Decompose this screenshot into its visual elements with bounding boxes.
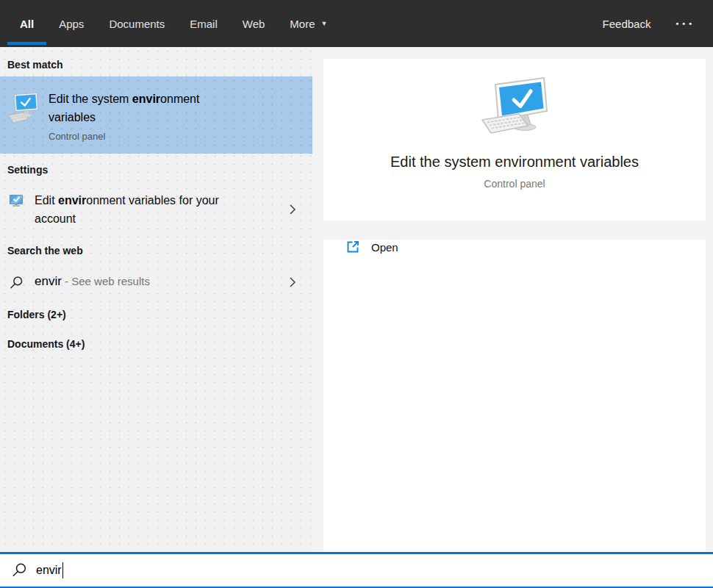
title-pre: Edit <box>35 194 58 207</box>
display-check-icon <box>9 193 24 208</box>
tab-documents[interactable]: Documents <box>96 0 177 47</box>
title-match: envir <box>58 194 86 207</box>
search-icon <box>9 276 24 290</box>
tab-more[interactable]: More ▼ <box>277 0 340 47</box>
settings-result-item[interactable]: Edit environment variables for your acco… <box>0 182 312 237</box>
search-flyout: All Apps Documents Email Web More ▼ Feed… <box>0 0 713 588</box>
chevron-right-icon[interactable] <box>289 204 296 215</box>
tab-email[interactable]: Email <box>177 0 230 47</box>
best-match-text: Edit the system environment variables Co… <box>49 90 240 142</box>
best-match-subtitle: Control panel <box>49 131 240 142</box>
tab-documents-label: Documents <box>109 18 165 30</box>
settings-header: Settings <box>7 164 312 176</box>
text-cursor <box>62 562 64 578</box>
title-match: envir <box>132 93 160 105</box>
documents-group-header[interactable]: Documents (4+) <box>7 338 312 351</box>
tab-apps-label: Apps <box>59 18 84 30</box>
best-match-header: Best match <box>7 59 312 71</box>
tab-all[interactable]: All <box>7 0 46 47</box>
tab-more-label: More <box>290 18 315 30</box>
open-external-icon <box>345 240 360 254</box>
best-match-title: Edit the system environment variables <box>49 90 240 126</box>
monitor-check-icon <box>479 76 550 136</box>
preview-title: Edit the system environment variables <box>390 154 639 171</box>
best-match-item[interactable]: Edit the system environment variables Co… <box>0 76 312 154</box>
open-action[interactable]: Open <box>345 240 706 254</box>
web-suffix: - See web results <box>62 275 150 287</box>
preview-panel: Edit the system environment variables Co… <box>312 47 713 552</box>
search-tabs-bar: All Apps Documents Email Web More ▼ Feed… <box>0 0 713 47</box>
search-icon <box>11 562 27 578</box>
results-panel: Best match Edit the system environment v… <box>0 47 312 552</box>
tab-web-label: Web <box>243 18 265 30</box>
search-input[interactable]: envir <box>0 552 713 588</box>
card-divider <box>323 220 706 223</box>
chevron-down-icon: ▼ <box>321 20 328 27</box>
title-pre: Edit the system <box>49 93 132 105</box>
tab-email-label: Email <box>190 18 218 30</box>
tab-all-label: All <box>20 18 34 30</box>
preview-subtitle: Control panel <box>484 178 545 190</box>
preview-card: Edit the system environment variables Co… <box>323 59 706 220</box>
search-query-text: envir <box>36 564 62 577</box>
more-options-icon[interactable]: ••• <box>673 19 698 28</box>
open-action-label: Open <box>371 241 398 254</box>
web-query: envir <box>35 274 62 288</box>
search-the-web-header: Search the web <box>7 245 312 257</box>
web-search-text: envir - See web results <box>35 272 150 291</box>
folders-group-header[interactable]: Folders (2+) <box>7 309 312 321</box>
actions-card: Open <box>323 240 706 568</box>
monitor-check-icon <box>7 91 40 125</box>
feedback-button[interactable]: Feedback <box>597 18 657 30</box>
chevron-right-icon[interactable] <box>289 276 296 288</box>
web-search-item[interactable]: envir - See web results <box>0 263 312 301</box>
tab-web[interactable]: Web <box>230 0 278 47</box>
tab-apps[interactable]: Apps <box>46 0 96 47</box>
settings-result-title: Edit environment variables for your acco… <box>35 191 262 228</box>
